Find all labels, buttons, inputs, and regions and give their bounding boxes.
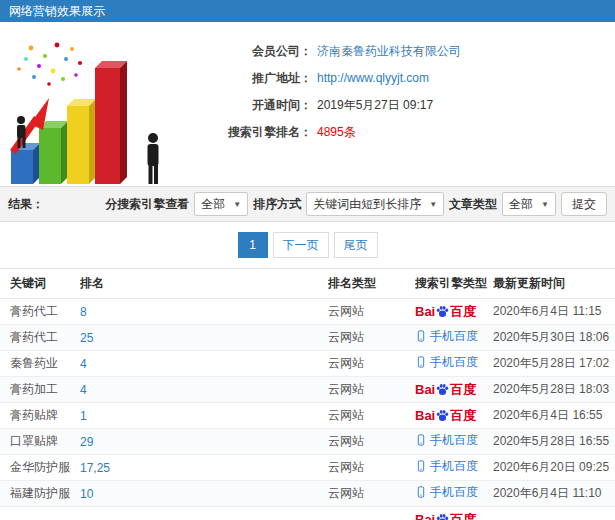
open-time-value: 2019年5月27日 09:17 — [317, 92, 433, 119]
keyword-cell: 口罩贴牌 — [0, 429, 80, 455]
company-label: 会员公司： — [180, 38, 312, 65]
keyword-cell: 膏药代工 — [0, 299, 80, 325]
engine-cell: Bai百度 — [415, 377, 493, 403]
baidu-logo: Bai百度 — [415, 383, 476, 396]
mobile-baidu-logo: 手机百度 — [415, 356, 478, 368]
engine-select-value: 全部 — [201, 196, 225, 213]
rank-type-cell: 云网站 — [328, 351, 415, 377]
mobile-baidu-logo: 手机百度 — [415, 434, 478, 446]
summary-section: 会员公司： 济南秦鲁药业科技有限公司 推广地址： http://www.qlyy… — [0, 22, 615, 186]
rank-type-cell: 云网站 — [328, 403, 415, 429]
rank-link[interactable]: 25 — [80, 331, 93, 345]
engine-cell: 手机百度 — [415, 429, 493, 455]
page-last-button[interactable]: 尾页 — [334, 232, 378, 258]
update-time-cell — [493, 507, 615, 520]
results-table: 关键词 排名 排名类型 搜索引擎类型 最新更新时间 膏药代工 8 云网站 Bai… — [0, 268, 615, 520]
mobile-baidu-logo: 手机百度 — [415, 460, 478, 472]
mobile-baidu-logo: 手机百度 — [415, 486, 478, 498]
promo-url-link[interactable]: http://www.qlyyjt.com — [317, 65, 429, 92]
table-row: 福建防护服 10 云网站 手机百度 2020年6月4日 11:10 — [0, 481, 615, 507]
result-label: 结果： — [8, 196, 44, 213]
engine-cell: 手机百度 — [415, 455, 493, 481]
phone-icon — [415, 460, 427, 472]
engine-rank-label: 搜索引擎排名： — [180, 119, 312, 146]
sort-label: 排序方式 — [253, 196, 301, 213]
table-row: 膏药代工 8 云网站 Bai百度 2020年6月4日 11:15 — [0, 299, 615, 325]
baidu-logo: Bai百度 — [415, 409, 476, 422]
engine-filter-label: 分搜索引擎查看 — [105, 196, 189, 213]
rank-type-cell: 云网站 — [328, 377, 415, 403]
engine-cell: Bai百度 — [415, 507, 493, 520]
member-company-link[interactable]: 济南秦鲁药业科技有限公司 — [317, 38, 461, 65]
mobile-baidu-label: 手机百度 — [430, 486, 478, 498]
bar-red — [95, 61, 127, 184]
rank-type-cell: 云网站 — [328, 429, 415, 455]
engine-cell: 手机百度 — [415, 325, 493, 351]
table-row: Bai百度 — [0, 507, 615, 520]
chevron-down-icon: ▼ — [541, 200, 549, 209]
keyword-cell: 膏药加工 — [0, 377, 80, 403]
rank-link[interactable]: 10 — [80, 487, 93, 501]
keyword-cell: 膏药代工 — [0, 325, 80, 351]
info-row-company: 会员公司： 济南秦鲁药业科技有限公司 — [180, 38, 461, 65]
header-keyword: 关键词 — [0, 269, 80, 299]
baidu-paw-icon — [436, 409, 449, 422]
pagination: 1 下一页 尾页 — [0, 222, 615, 268]
rank-type-cell: 云网站 — [328, 325, 415, 351]
person-standing — [148, 133, 159, 184]
table-row: 膏药加工 4 云网站 Bai百度 2020年5月28日 18:03 — [0, 377, 615, 403]
info-row-open-time: 开通时间： 2019年5月27日 09:17 — [180, 92, 461, 119]
submit-button[interactable]: 提交 — [561, 192, 607, 216]
results-table-body: 膏药代工 8 云网站 Bai百度 2020年6月4日 11:15 膏药代工 25… — [0, 299, 615, 520]
bar-green — [39, 121, 68, 184]
rank-link[interactable]: 17,25 — [80, 461, 110, 475]
sort-select[interactable]: 关键词由短到长排序 ▼ — [306, 192, 444, 216]
update-time-cell: 2020年6月20日 09:25 — [493, 455, 615, 481]
info-row-engine-rank: 搜索引擎排名： 4895条 — [180, 119, 461, 146]
open-time-label: 开通时间： — [180, 92, 312, 119]
table-row: 金华防护服 17,25 云网站 手机百度 2020年6月20日 09:25 — [0, 455, 615, 481]
rank-link[interactable]: 4 — [80, 383, 87, 397]
info-row-url: 推广地址： http://www.qlyyjt.com — [180, 65, 461, 92]
chevron-down-icon: ▼ — [429, 200, 437, 209]
update-time-cell: 2020年5月30日 18:06 — [493, 325, 615, 351]
rank-type-cell — [328, 507, 415, 520]
update-time-cell: 2020年6月4日 11:10 — [493, 481, 615, 507]
mobile-baidu-logo: 手机百度 — [415, 330, 478, 342]
page-next-button[interactable]: 下一页 — [273, 232, 329, 258]
sort-select-value: 关键词由短到长排序 — [313, 196, 421, 213]
phone-icon — [415, 486, 427, 498]
update-time-cell: 2020年5月28日 18:03 — [493, 377, 615, 403]
article-type-select-value: 全部 — [509, 196, 533, 213]
mobile-baidu-label: 手机百度 — [430, 356, 478, 368]
rank-link[interactable]: 4 — [80, 357, 87, 371]
engine-cell: Bai百度 — [415, 403, 493, 429]
update-time-cell: 2020年6月4日 11:15 — [493, 299, 615, 325]
engine-cell: 手机百度 — [415, 481, 493, 507]
baidu-logo: Bai百度 — [415, 513, 476, 520]
engine-rank-count: 4895条 — [317, 119, 356, 146]
engine-select[interactable]: 全部 ▼ — [194, 192, 248, 216]
rank-link[interactable]: 29 — [80, 435, 93, 449]
page-current[interactable]: 1 — [238, 232, 268, 258]
header-engine-type: 搜索引擎类型 — [415, 269, 493, 299]
header-rank-type: 排名类型 — [328, 269, 415, 299]
table-row: 膏药代工 25 云网站 手机百度 2020年5月30日 18:06 — [0, 325, 615, 351]
update-time-cell: 2020年5月28日 16:55 — [493, 429, 615, 455]
chevron-down-icon: ▼ — [233, 200, 241, 209]
rank-link[interactable]: 8 — [80, 305, 87, 319]
engine-cell: Bai百度 — [415, 299, 493, 325]
article-type-select[interactable]: 全部 ▼ — [502, 192, 556, 216]
keyword-cell: 福建防护服 — [0, 481, 80, 507]
engine-cell: 手机百度 — [415, 351, 493, 377]
page-title: 网络营销效果展示 — [9, 3, 105, 20]
baidu-logo: Bai百度 — [415, 305, 476, 318]
article-type-label: 文章类型 — [449, 196, 497, 213]
table-row: 口罩贴牌 29 云网站 手机百度 2020年5月28日 16:55 — [0, 429, 615, 455]
table-row: 膏药贴牌 1 云网站 Bai百度 2020年6月4日 16:55 — [0, 403, 615, 429]
bar-yellow — [67, 99, 96, 184]
table-header-row: 关键词 排名 排名类型 搜索引擎类型 最新更新时间 — [0, 269, 615, 299]
keyword-cell: 膏药贴牌 — [0, 403, 80, 429]
rank-type-cell: 云网站 — [328, 481, 415, 507]
rank-link[interactable]: 1 — [80, 409, 87, 423]
